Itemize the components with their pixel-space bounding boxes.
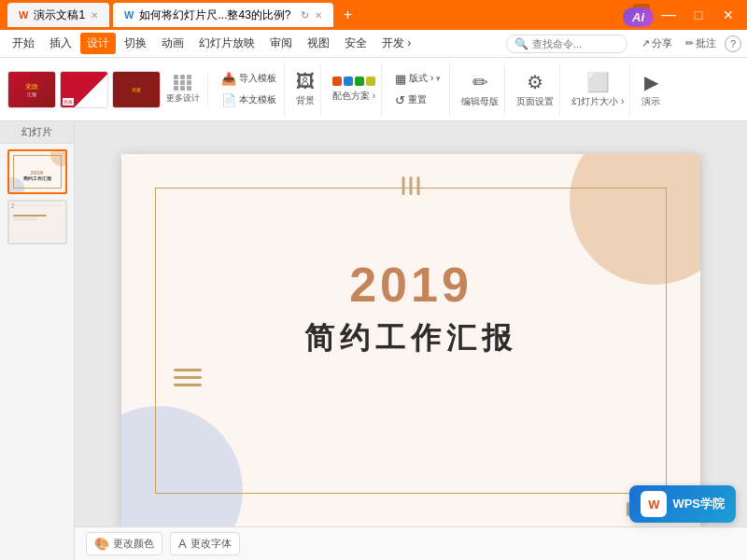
tab2-refresh[interactable]: ↻ <box>301 9 309 21</box>
slide-title: 简约工作汇报 <box>304 318 517 359</box>
tab-help-icon: W <box>124 9 134 21</box>
format-group: ▦ 版式 › ▼ ↺ 重置 <box>388 62 450 118</box>
tab-presentation[interactable]: W 演示文稿1 ✕ <box>7 3 109 27</box>
grid-icon <box>174 75 192 91</box>
menu-slideshow[interactable]: 幻灯片放映 <box>192 33 261 54</box>
bottom-bar: 🎨 更改颜色 A 更改字体 <box>75 526 747 560</box>
share-button[interactable]: ↗ 分享 <box>637 35 677 52</box>
menu-start[interactable]: 开始 <box>6 33 41 54</box>
slide-panel: 幻灯片 1 2019 简约工作汇报 2 <box>0 121 75 560</box>
color-scheme-button[interactable]: 配色方案 › <box>327 62 382 118</box>
menu-view[interactable]: 视图 <box>301 33 336 54</box>
page-setup-button[interactable]: ⚙ 页面设置 <box>511 62 560 118</box>
color-icon: 🎨 <box>94 537 109 551</box>
change-color-button[interactable]: 🎨 更改颜色 <box>86 532 162 555</box>
close-button[interactable]: ✕ <box>717 4 740 26</box>
slide-canvas[interactable]: 2019 简约工作汇报 <box>121 154 700 527</box>
page-setup-icon: ⚙ <box>527 71 543 93</box>
import-icon: 📥 <box>221 72 236 86</box>
title-bar-right: 2 Ai — □ ✕ <box>633 4 740 26</box>
menu-insert[interactable]: 插入 <box>43 33 78 54</box>
slide-size-icon: ⬜ <box>586 71 610 93</box>
template-thumb-1[interactable]: 党政 汇报 <box>7 71 56 108</box>
minimize-button[interactable]: — <box>657 4 680 26</box>
text-template-button[interactable]: 📄 本文模板 <box>218 91 280 109</box>
more-design-button[interactable]: 更多设计 <box>164 73 202 106</box>
background-icon: 🖼 <box>296 71 315 92</box>
change-font-button[interactable]: A 更改字体 <box>170 532 240 555</box>
template-thumb-3[interactable]: 党建 <box>112 71 161 108</box>
menu-dev[interactable]: 开发 › <box>375 33 417 54</box>
help-button[interactable]: ? <box>725 35 741 52</box>
deco-stripes-left <box>174 369 202 386</box>
menu-design[interactable]: 设计 <box>80 33 116 54</box>
reset-button[interactable]: ↺ 重置 <box>391 91 445 109</box>
new-tab-button[interactable]: + <box>337 4 359 26</box>
template-thumb-2[interactable]: 党政 <box>60 71 108 108</box>
menu-security[interactable]: 安全 <box>338 33 374 54</box>
deco-circle-warm <box>570 154 700 285</box>
wps-logo: W <box>641 491 667 517</box>
title-bar: W 演示文稿1 ✕ W 如何将幻灯片尺...整43的比例? ↻ ✕ + 2 Ai… <box>0 0 747 30</box>
search-box[interactable]: 🔍 <box>506 35 627 53</box>
search-input[interactable] <box>532 38 619 49</box>
play-icon: ▶ <box>644 71 658 93</box>
tab1-label: 演示文稿1 <box>34 7 85 23</box>
reset-icon: ↺ <box>395 93 405 107</box>
edit-master-button[interactable]: ✏ 编辑母版 <box>456 62 505 118</box>
menu-animation[interactable]: 动画 <box>155 33 190 54</box>
play-button[interactable]: ▶ 演示 <box>636 62 666 118</box>
template-group: 党政 汇报 党政 党建 更多设计 <box>7 71 208 108</box>
text-template-icon: 📄 <box>221 93 236 107</box>
tab2-label: 如何将幻灯片尺...整43的比例? <box>139 7 290 23</box>
search-icon: 🔍 <box>514 37 529 50</box>
tab2-close[interactable]: ✕ <box>315 10 322 21</box>
tab-help[interactable]: W 如何将幻灯片尺...整43的比例? ↻ ✕ <box>113 3 332 27</box>
edit-master-icon: ✏ <box>472 71 488 93</box>
menu-bar: 开始 插入 设计 切换 动画 幻灯片放映 审阅 视图 安全 开发 › 🔍 ↗ 分… <box>0 30 747 58</box>
maximize-button[interactable]: □ <box>687 4 710 26</box>
slide-year: 2019 <box>349 257 472 313</box>
background-button[interactable]: 🖼 背景 <box>290 62 321 118</box>
tab-wps-icon: W <box>19 9 28 21</box>
format-button[interactable]: ▦ 版式 › ▼ <box>391 70 445 88</box>
deco-lines-top <box>402 176 420 195</box>
menu-transition[interactable]: 切换 <box>118 33 153 54</box>
import-template-button[interactable]: 📥 导入模板 <box>218 70 280 88</box>
font-icon: A <box>178 537 187 551</box>
toolbar: 党政 汇报 党政 党建 更多设计 📥 导入模板 <box>0 58 747 121</box>
comment-icon: ✏ <box>685 37 694 49</box>
slide-size-button[interactable]: ⬜ 幻灯片大小 › <box>566 62 630 118</box>
ai-badge[interactable]: Ai <box>623 7 654 27</box>
slide-thumb-1[interactable]: 1 2019 简约工作汇报 <box>7 149 67 194</box>
color-swatches <box>332 77 375 86</box>
comment-button[interactable]: ✏ 批注 <box>681 35 721 52</box>
deco-circle-cool <box>121 406 243 527</box>
tpl1-preview: 党政 汇报 <box>25 82 38 97</box>
share-icon: ↗ <box>641 37 650 49</box>
slide-thumb-2[interactable]: 2 <box>7 200 67 245</box>
wps-academy-badge[interactable]: W WPS学院 <box>629 485 736 523</box>
tab1-close[interactable]: ✕ <box>91 10 98 21</box>
menu-review[interactable]: 审阅 <box>263 33 299 54</box>
menu-actions: ↗ 分享 ✏ 批注 ? <box>637 35 741 52</box>
slide-panel-header: 幻灯片 <box>0 121 74 144</box>
format-icon: ▦ <box>395 72 406 86</box>
template-actions-group: 📥 导入模板 📄 本文模板 <box>214 62 285 118</box>
